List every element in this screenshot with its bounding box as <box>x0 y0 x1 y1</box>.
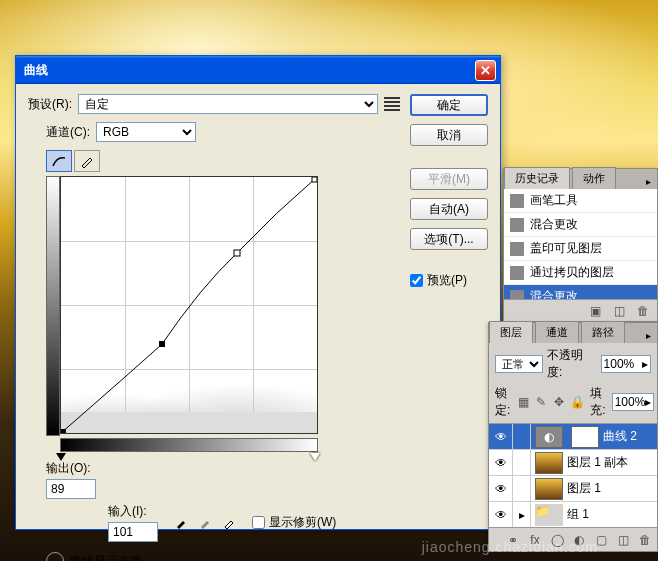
lock-transparent-icon[interactable]: ▦ <box>516 395 530 409</box>
link-icon[interactable] <box>513 476 531 502</box>
panel-menu-icon[interactable]: ▸ <box>640 328 657 343</box>
ok-button[interactable]: 确定 <box>410 94 488 116</box>
layer-row[interactable]: 👁 ◐ 曲线 2 <box>489 424 657 450</box>
layer-list: 👁 ◐ 曲线 2 👁 图层 1 副本 👁 图层 1 👁 ▸ 📁 组 1 👁 <box>489 424 657 527</box>
layer-name: 组 1 <box>567 506 589 523</box>
blend-mode-select[interactable]: 正常 <box>495 355 543 373</box>
layer-row[interactable]: 👁 图层 1 副本 <box>489 450 657 476</box>
cancel-button[interactable]: 取消 <box>410 124 488 146</box>
pencil-tool-button[interactable] <box>74 150 100 172</box>
panel-menu-icon[interactable]: ▸ <box>640 174 657 189</box>
white-point-slider[interactable] <box>310 453 320 461</box>
brush-icon <box>510 194 524 208</box>
preset-select[interactable]: 自定 <box>78 94 378 114</box>
preview-checkbox[interactable]: 预览(P) <box>410 272 488 289</box>
stamp-icon <box>510 242 524 256</box>
opacity-label: 不透明度: <box>547 347 597 381</box>
input-label: 输入(I): <box>108 503 158 520</box>
svg-rect-1 <box>234 250 240 256</box>
lock-position-icon[interactable]: ✥ <box>552 395 566 409</box>
adjustment-thumb: ◐ <box>535 426 563 448</box>
lock-pixels-icon[interactable]: ✎ <box>534 395 548 409</box>
opacity-input[interactable]: 100%▸ <box>601 355 651 373</box>
input-input[interactable] <box>108 522 158 542</box>
blend-icon <box>510 218 524 232</box>
tab-layers[interactable]: 图层 <box>489 321 533 343</box>
svg-rect-0 <box>159 341 165 347</box>
tab-paths[interactable]: 路径 <box>581 321 625 343</box>
gray-eyedropper-icon[interactable] <box>196 514 214 532</box>
lock-all-icon[interactable]: 🔒 <box>570 395 584 409</box>
black-point-slider[interactable] <box>56 453 66 461</box>
svg-rect-3 <box>312 177 317 182</box>
blend-icon <box>510 290 524 300</box>
visibility-icon[interactable]: 👁 <box>489 476 513 502</box>
curves-grid[interactable] <box>60 176 318 434</box>
auto-button[interactable]: 自动(A) <box>410 198 488 220</box>
lock-label: 锁定: <box>495 385 510 419</box>
watermark: jiaocheng.chazidian.com <box>422 539 598 555</box>
trash-icon[interactable]: 🗑 <box>637 532 653 548</box>
visibility-icon[interactable]: 👁 <box>489 424 513 450</box>
history-item[interactable]: 混合更改 <box>504 285 657 299</box>
curves-dialog: 曲线 ✕ 预设(R): 自定 通道(C): RGB <box>15 55 501 530</box>
layer-thumb <box>535 478 563 500</box>
visibility-icon[interactable]: 👁 <box>489 450 513 476</box>
trash-icon[interactable]: 🗑 <box>635 303 651 319</box>
new-layer-icon[interactable]: ◫ <box>615 532 631 548</box>
fill-label: 填充: <box>590 385 605 419</box>
new-snapshot-icon[interactable]: ▣ <box>587 303 603 319</box>
input-gradient <box>60 438 318 452</box>
white-eyedropper-icon[interactable] <box>220 514 238 532</box>
channel-select[interactable]: RGB <box>96 122 196 142</box>
layer-name: 图层 1 副本 <box>567 454 628 471</box>
black-eyedropper-icon[interactable] <box>172 514 190 532</box>
dialog-title: 曲线 <box>20 62 475 79</box>
folder-icon: 📁 <box>535 504 563 526</box>
channel-label: 通道(C): <box>46 124 90 141</box>
layer-name: 图层 1 <box>567 480 601 497</box>
history-item[interactable]: 盖印可见图层 <box>504 237 657 261</box>
output-label: 输出(O): <box>46 460 96 477</box>
mask-thumb <box>571 426 599 448</box>
history-panel: 历史记录 动作 ▸ 画笔工具 混合更改 盖印可见图层 通过拷贝的图层 混合更改 … <box>503 168 658 322</box>
dialog-titlebar[interactable]: 曲线 ✕ <box>16 56 500 84</box>
curve-tool-button[interactable] <box>46 150 72 172</box>
link-icon[interactable]: ▸ <box>513 502 531 528</box>
history-list: 画笔工具 混合更改 盖印可见图层 通过拷贝的图层 混合更改 <box>504 189 657 299</box>
layer-name: 曲线 2 <box>603 428 637 445</box>
output-gradient <box>46 176 60 436</box>
layers-panel: 图层 通道 路径 ▸ 正常 不透明度: 100%▸ 锁定: ▦ ✎ ✥ 🔒 填充… <box>488 322 658 552</box>
preset-menu-icon[interactable] <box>384 97 400 111</box>
preset-label: 预设(R): <box>28 96 72 113</box>
tab-history[interactable]: 历史记录 <box>504 167 570 189</box>
expand-options-button[interactable]: ⌄ <box>46 552 64 561</box>
history-item[interactable]: 混合更改 <box>504 213 657 237</box>
history-item[interactable]: 画笔工具 <box>504 189 657 213</box>
history-item[interactable]: 通过拷贝的图层 <box>504 261 657 285</box>
show-clipping-checkbox[interactable]: 显示修剪(W) <box>252 514 336 531</box>
options-button[interactable]: 选项(T)... <box>410 228 488 250</box>
layer-row[interactable]: 👁 ▸ 📁 组 1 <box>489 502 657 527</box>
curve-options-label: 曲线显示选项 <box>70 553 142 562</box>
histogram <box>61 363 317 433</box>
new-document-icon[interactable]: ◫ <box>611 303 627 319</box>
fill-input[interactable]: 100%▸ <box>612 393 655 411</box>
tab-actions[interactable]: 动作 <box>572 167 616 189</box>
output-input[interactable] <box>46 479 96 499</box>
tab-channels[interactable]: 通道 <box>535 321 579 343</box>
close-button[interactable]: ✕ <box>475 60 496 81</box>
visibility-icon[interactable]: 👁 <box>489 502 513 528</box>
smooth-button[interactable]: 平滑(M) <box>410 168 488 190</box>
layer-row[interactable]: 👁 图层 1 <box>489 476 657 502</box>
layer-thumb <box>535 452 563 474</box>
link-icon[interactable] <box>513 424 531 450</box>
copy-layer-icon <box>510 266 524 280</box>
link-icon[interactable] <box>513 450 531 476</box>
